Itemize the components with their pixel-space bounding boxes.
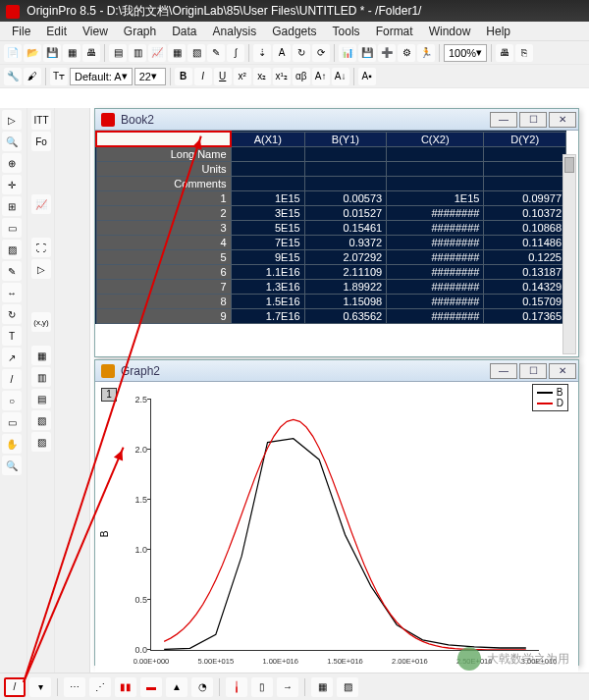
zoom-panel-icon[interactable]: 🔍 xyxy=(2,456,22,475)
worksheet-scrollbar[interactable] xyxy=(562,154,576,354)
menu-window[interactable]: Window xyxy=(421,22,479,40)
mask-icon[interactable]: ▨ xyxy=(2,240,22,259)
graph-titlebar[interactable]: Graph2 — ☐ ✕ xyxy=(95,360,578,382)
zoom-select[interactable]: 100% ▾ xyxy=(444,44,487,62)
table-row[interactable]: 35E150.15461########0.10868 xyxy=(96,221,566,236)
duplicate-icon[interactable]: ⎘ xyxy=(515,44,533,62)
print-icon[interactable]: 🖶 xyxy=(82,44,100,62)
italic-icon[interactable]: I xyxy=(194,68,212,85)
maximize-button[interactable]: ☐ xyxy=(519,112,547,128)
open-icon[interactable]: 📂 xyxy=(24,44,41,62)
rotate-icon[interactable]: ↻ xyxy=(2,304,22,324)
template-icon[interactable]: ▦ xyxy=(63,44,80,62)
increase-font-icon[interactable]: A↑ xyxy=(312,68,330,85)
data-selector-icon[interactable]: ⊞ xyxy=(2,196,22,216)
menu-edit[interactable]: Edit xyxy=(38,22,75,40)
scrollbar-thumb[interactable] xyxy=(564,157,574,173)
col-d[interactable]: D(Y2) xyxy=(484,132,566,146)
shape-tool-icon[interactable]: ○ xyxy=(2,391,22,410)
dropdown-icon[interactable]: ▾ xyxy=(29,677,51,697)
new-project-icon[interactable]: 📄 xyxy=(4,44,22,62)
print-preview-icon[interactable]: 🖶 xyxy=(496,44,513,62)
panel-fo[interactable]: Fo xyxy=(31,132,51,151)
line-symbol-icon[interactable]: ⋰ xyxy=(89,677,111,697)
font-size-select[interactable]: 22 ▾ xyxy=(134,68,166,85)
save-icon[interactable]: 💾 xyxy=(43,44,61,62)
worksheet-table[interactable]: A(X1) B(Y1) C(X2) D(Y2) Long Name Units … xyxy=(95,131,566,324)
column-plot-icon[interactable]: ▮▮ xyxy=(115,677,136,697)
new-graph-icon[interactable]: 📈 xyxy=(148,44,166,62)
worksheet-window[interactable]: Book2 — ☐ ✕ A(X1) B(Y1) C(X2) D(Y2) Long… xyxy=(94,108,579,357)
new-worksheet-icon[interactable]: ▤ xyxy=(109,44,127,62)
panel-itt[interactable]: ITT xyxy=(31,110,51,130)
open-excel-icon[interactable]: 📊 xyxy=(339,44,356,62)
pointer2-icon[interactable]: ▷ xyxy=(31,259,51,279)
text-tool-icon[interactable]: T xyxy=(2,326,22,346)
worksheet-body[interactable]: A(X1) B(Y1) C(X2) D(Y2) Long Name Units … xyxy=(95,131,578,356)
zoom-tool-icon[interactable]: 🔍 xyxy=(2,132,22,151)
table-row[interactable]: 71.3E161.89922########0.14329 xyxy=(96,280,566,295)
menu-file[interactable]: File xyxy=(4,22,38,40)
save-project-icon[interactable]: 💾 xyxy=(358,44,376,62)
table-row[interactable]: 59E152.07292########0.1225 xyxy=(96,250,566,265)
greek-icon[interactable]: αβ xyxy=(293,68,310,85)
new-function-icon[interactable]: ∫ xyxy=(227,44,244,62)
new-notes-icon[interactable]: ✎ xyxy=(207,44,225,62)
stock-plot-icon[interactable]: ╽ xyxy=(226,677,247,697)
menu-analysis[interactable]: Analysis xyxy=(205,22,265,40)
menu-data[interactable]: Data xyxy=(164,22,204,40)
graph-body[interactable]: 1 B 0.00E+0005.00E+0151.00E+0161.50E+016… xyxy=(95,382,578,686)
arrow-tool-icon[interactable]: ↗ xyxy=(2,348,22,367)
reader-icon[interactable]: ⊕ xyxy=(2,153,22,173)
graph1-icon[interactable]: 📈 xyxy=(31,194,51,214)
recalculate-icon[interactable]: ⟳ xyxy=(312,44,330,62)
worksheet-icon[interactable]: ▦ xyxy=(31,346,51,365)
hand-tool-icon[interactable]: ✋ xyxy=(2,434,22,454)
runner-icon[interactable]: 🏃 xyxy=(417,44,435,62)
menu-graph[interactable]: Graph xyxy=(116,22,164,40)
themes-icon[interactable]: 🔧 xyxy=(4,68,22,85)
import-ascii-icon[interactable]: A xyxy=(273,44,291,62)
script-icon[interactable]: ⚙ xyxy=(398,44,415,62)
menu-format[interactable]: Format xyxy=(368,22,421,40)
worksheet5-icon[interactable]: ▨ xyxy=(31,432,51,452)
refresh-icon[interactable]: ↻ xyxy=(293,44,310,62)
table-row[interactable]: 11E150.005731E150.09977 xyxy=(96,191,566,206)
table-row[interactable]: 81.5E161.15098########0.15709 xyxy=(96,295,566,309)
bold-icon[interactable]: B xyxy=(175,68,192,85)
table-row[interactable]: 91.7E160.63562########0.17365 xyxy=(96,309,566,324)
copy-format-icon[interactable]: 🖌 xyxy=(24,68,41,85)
pie-plot-icon[interactable]: ◔ xyxy=(191,677,213,697)
underline-icon[interactable]: U xyxy=(214,68,232,85)
decrease-font-icon[interactable]: A↓ xyxy=(332,68,349,85)
data-reader-icon[interactable]: ✛ xyxy=(2,175,22,194)
table-row[interactable]: 23E150.01527########0.10372 xyxy=(96,206,566,221)
graph-window[interactable]: Graph2 — ☐ ✕ 1 B 0.00E+0005.00E+0151.00E… xyxy=(94,359,579,666)
font-type-icon[interactable]: Tᴛ xyxy=(50,68,68,85)
col-c[interactable]: C(X2) xyxy=(387,132,484,146)
superscript-icon[interactable]: x² xyxy=(234,68,251,85)
pointer-icon[interactable]: ▷ xyxy=(2,110,22,130)
worksheet2-icon[interactable]: ▥ xyxy=(31,367,51,387)
new-layout-icon[interactable]: ▧ xyxy=(187,44,205,62)
supersub-icon[interactable]: x¹₂ xyxy=(273,68,291,85)
import-wizard-icon[interactable]: ⇣ xyxy=(253,44,271,62)
font-name-select[interactable]: Default: A ▾ xyxy=(70,68,133,85)
line-tool-icon[interactable]: / xyxy=(2,369,22,389)
menu-view[interactable]: View xyxy=(75,22,116,40)
col-b[interactable]: B(Y1) xyxy=(304,132,387,146)
new-matrix-icon[interactable]: ▦ xyxy=(168,44,186,62)
close-button[interactable]: ✕ xyxy=(549,112,576,128)
worksheet-titlebar[interactable]: Book2 — ☐ ✕ xyxy=(95,109,578,131)
template-plot-icon[interactable]: ▦ xyxy=(311,677,333,697)
rescale-icon[interactable]: ⛶ xyxy=(31,238,51,257)
font-color-icon[interactable]: A▪ xyxy=(358,68,376,85)
graph-maximize-button[interactable]: ☐ xyxy=(519,363,547,379)
table-corner[interactable] xyxy=(96,132,231,146)
xy-label-icon[interactable]: (x,y) xyxy=(31,312,51,332)
box-plot-icon[interactable]: ▯ xyxy=(251,677,273,697)
menu-tools[interactable]: Tools xyxy=(325,22,368,40)
worksheet3-icon[interactable]: ▤ xyxy=(31,389,51,408)
region-tool-icon[interactable]: ▭ xyxy=(2,412,22,432)
col-a[interactable]: A(X1) xyxy=(231,132,304,146)
